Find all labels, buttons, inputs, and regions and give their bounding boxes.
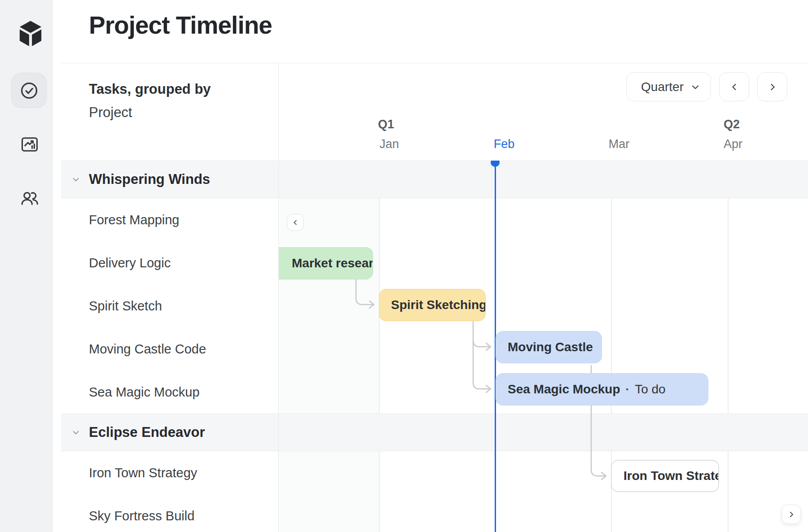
sidebar-item-team[interactable] [19,187,40,209]
timeline-bar[interactable]: Market research [278,247,373,279]
gantt-chart: Whispering WindsForest MappingDelivery L… [61,161,808,532]
bar-status-separator: · [626,383,630,397]
bar-status: To do [635,382,666,397]
timeline-widget: Tasks, grouped by Project Quarter [61,63,808,532]
page-title: Project Timeline [89,11,272,39]
range-select[interactable]: Quarter [626,72,711,101]
grouping-label-rest: Project [89,105,132,120]
chevron-right-icon [787,510,796,519]
sidebar-item-tasks[interactable] [11,73,47,108]
chevron-left-icon [291,218,299,227]
check-circle-icon [19,80,40,101]
people-icon [19,188,40,208]
dependency-line [473,322,489,347]
prev-period-button[interactable] [719,72,749,101]
bar-label: Sea Magic Mockup [508,382,620,397]
panel-chart-divider [278,63,279,532]
quarter-label: Q2 [724,118,740,131]
bar-label: Moving Castle [508,340,593,354]
timeline-bar[interactable]: Iron Town Strategy [611,460,719,492]
month-label: Jan [379,137,399,151]
next-period-button[interactable] [757,72,787,101]
grouping-label: Tasks, grouped by Project [89,78,211,124]
range-select-label: Quarter [641,80,684,94]
month-label: Apr [724,137,742,151]
timeline-bar[interactable]: Moving Castle [496,331,602,363]
timeline-toolbar: Quarter [626,72,787,101]
sidebar [0,0,53,532]
sidebar-item-reports[interactable] [19,134,40,155]
chevron-right-icon [767,82,778,92]
month-label: Feb [494,137,515,151]
app-window: Project Timeline Tasks, grouped by Proje… [0,0,808,532]
scroll-right-button[interactable] [782,505,801,524]
grouping-label-bold: Tasks, grouped by [89,78,211,101]
dependency-line [473,340,489,389]
bar-label: Iron Town Strategy [624,469,719,483]
timeline-bar[interactable]: Spirit Sketching [379,289,486,321]
chevron-down-icon [690,82,701,92]
timeline-header: Tasks, grouped by Project Quarter [61,63,808,161]
timeline-bar[interactable]: Sea Magic Mockup·To do [496,373,708,406]
app-logo-icon[interactable] [18,20,44,48]
chevron-left-icon [729,82,740,92]
month-label: Mar [609,137,630,151]
chart-icon [19,134,40,155]
bar-label: Market research [292,256,373,270]
quarter-label: Q1 [378,118,394,131]
bar-label: Spirit Sketching [391,298,486,312]
scroll-to-bar-left-button[interactable] [287,214,303,231]
